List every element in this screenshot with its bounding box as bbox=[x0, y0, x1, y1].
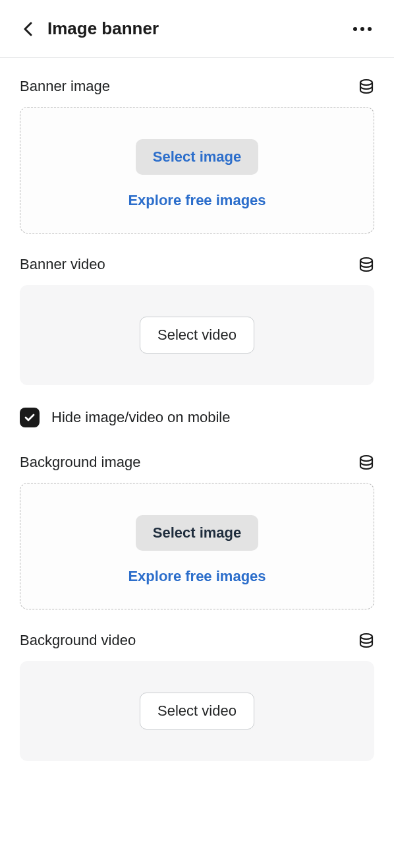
svg-point-3 bbox=[360, 634, 372, 639]
section-header: Background image bbox=[20, 454, 374, 471]
banner-video-section: Banner video Select video bbox=[20, 256, 374, 385]
background-video-section: Background video Select video bbox=[20, 632, 374, 761]
chevron-left-icon bbox=[24, 22, 32, 36]
image-dropzone[interactable]: Select image Explore free images bbox=[20, 107, 374, 233]
hide-mobile-checkbox[interactable] bbox=[20, 408, 40, 427]
section-header: Banner video bbox=[20, 256, 374, 273]
svg-point-0 bbox=[360, 80, 372, 85]
dots-horizontal-icon bbox=[353, 27, 357, 31]
section-header: Banner image bbox=[20, 78, 374, 95]
database-icon[interactable] bbox=[358, 633, 374, 648]
background-image-section: Background image Select image Explore fr… bbox=[20, 454, 374, 609]
section-label: Banner image bbox=[20, 78, 110, 95]
panel-content: Banner image Select image Explore free i… bbox=[0, 58, 394, 803]
section-label: Background video bbox=[20, 632, 136, 649]
select-video-button[interactable]: Select video bbox=[140, 317, 254, 354]
svg-point-2 bbox=[360, 456, 372, 461]
hide-mobile-label: Hide image/video on mobile bbox=[51, 409, 231, 426]
explore-free-images-link[interactable]: Explore free images bbox=[128, 192, 266, 209]
database-icon[interactable] bbox=[358, 454, 374, 470]
back-button[interactable] bbox=[20, 21, 36, 37]
hide-mobile-row: Hide image/video on mobile bbox=[20, 408, 374, 427]
page-title: Image banner bbox=[47, 18, 351, 39]
panel-header: Image banner bbox=[0, 0, 394, 58]
banner-image-section: Banner image Select image Explore free i… bbox=[20, 78, 374, 233]
explore-free-images-link[interactable]: Explore free images bbox=[128, 568, 266, 585]
select-video-button[interactable]: Select video bbox=[140, 693, 254, 729]
video-dropzone[interactable]: Select video bbox=[20, 661, 374, 761]
section-header: Background video bbox=[20, 632, 374, 649]
more-menu-button[interactable] bbox=[351, 24, 374, 34]
svg-point-1 bbox=[360, 258, 372, 263]
database-icon[interactable] bbox=[358, 257, 374, 272]
checkmark-icon bbox=[24, 412, 36, 423]
image-dropzone[interactable]: Select image Explore free images bbox=[20, 483, 374, 609]
section-label: Background image bbox=[20, 454, 140, 471]
section-label: Banner video bbox=[20, 256, 105, 273]
select-image-button[interactable]: Select image bbox=[136, 139, 259, 175]
video-dropzone[interactable]: Select video bbox=[20, 285, 374, 385]
select-image-button[interactable]: Select image bbox=[136, 515, 259, 551]
database-icon[interactable] bbox=[358, 78, 374, 94]
